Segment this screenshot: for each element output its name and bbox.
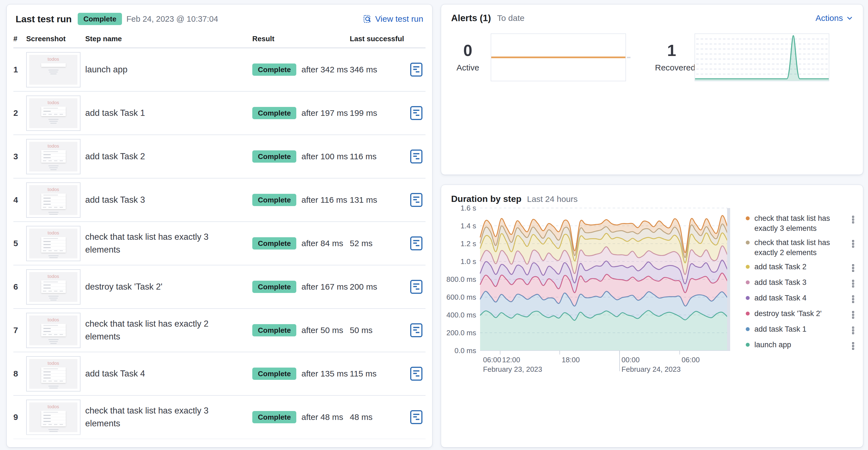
result-cell: Completeafter 48 ms [252,411,350,423]
step-detail-button[interactable] [409,61,424,78]
active-alerts-label: Active [451,63,485,72]
duration-chart[interactable]: 0.0 ms200.0 ms400.0 ms600.0 ms800.0 ms1.… [446,204,738,377]
legend-item[interactable]: check that task list has exactly 3 eleme… [746,214,856,234]
todos-app-preview: todos [29,359,78,389]
last-successful-value: 48 ms [350,412,409,422]
step-name: add task Task 1 [85,107,252,120]
result-after-text: after 167 ms [301,282,348,292]
svg-text:1.6 s: 1.6 s [461,204,476,212]
legend-color-dot [746,216,750,220]
table-row: 3todosadd task Task 2Completeafter 100 m… [13,135,426,179]
step-number: 3 [13,152,26,161]
legend-item[interactable]: destroy task 'Task 2' [746,309,856,320]
todos-app-preview: todos [29,403,78,432]
legend-label[interactable]: check that task list has exactly 3 eleme… [754,214,840,234]
col-header-step-name: Step name [85,35,252,43]
todos-app-preview: todos [29,229,78,258]
step-detail-button[interactable] [409,279,424,295]
duration-title: Duration by step [451,194,521,204]
legend-actions-icon[interactable] [850,309,856,320]
result-after-text: after 100 ms [301,152,348,161]
step-detail-button[interactable] [409,105,424,121]
legend-actions-icon[interactable] [850,214,856,225]
step-name: check that task list has exactly 2 eleme… [85,317,252,343]
step-detail-button[interactable] [409,148,424,165]
todos-footer-preview [29,386,78,389]
legend-label[interactable]: add task Task 3 [754,278,806,288]
screenshot-thumbnail[interactable]: todos [26,183,81,218]
todos-app-title: todos [29,272,78,279]
step-detail-button[interactable] [409,365,424,382]
col-header-result: Result [252,35,350,43]
legend-label[interactable]: add task Task 2 [754,262,806,272]
todos-list-preview [41,367,66,383]
step-detail-button[interactable] [409,235,424,252]
screenshot-thumbnail[interactable]: todos [26,269,81,304]
legend-item[interactable]: add task Task 3 [746,278,856,289]
screenshot-thumbnail[interactable]: todos [26,96,81,131]
todos-footer-preview [29,70,78,74]
legend-color-dot [746,281,750,284]
steps-table-body: 1todoslaunch appCompleteafter 342 ms346 … [13,48,426,439]
recovered-alerts-stat: 1 Recovered [655,42,688,72]
legend-actions-icon[interactable] [850,238,856,249]
screenshot-thumbnail[interactable]: todos [26,356,81,391]
legend-label[interactable]: launch app [754,340,791,350]
step-detail-button[interactable] [409,192,424,208]
todos-list-preview [41,324,66,336]
result-cell: Completeafter 197 ms [252,107,350,119]
alerts-actions-label: Actions [816,13,843,23]
view-test-run-link[interactable]: View test run [363,14,423,24]
table-row: 7todoscheck that task list has exactly 2… [13,309,426,352]
legend-label[interactable]: check that task list has exactly 2 eleme… [754,238,840,258]
recovered-alerts-chart[interactable] [694,33,829,81]
table-row: 1todoslaunch appCompleteafter 342 ms346 … [13,48,426,92]
legend-label[interactable]: add task Task 1 [754,324,806,334]
legend-item[interactable]: add task Task 2 [746,262,856,274]
screenshot-thumbnail[interactable]: todos [26,399,81,435]
result-cell: Completeafter 135 ms [252,367,350,380]
status-badge: Complete [78,13,122,25]
result-after-text: after 116 ms [301,195,347,205]
legend-label[interactable]: add task Task 4 [754,293,806,303]
todos-app-title: todos [29,403,78,409]
alerts-subtitle: To date [497,13,524,23]
legend-actions-icon[interactable] [850,263,856,274]
status-badge: Complete [252,281,296,293]
legend-actions-icon[interactable] [850,294,856,304]
svg-text:1.0 s: 1.0 s [461,257,476,266]
screenshot-thumbnail[interactable]: todos [26,139,81,174]
legend-item[interactable]: add task Task 1 [746,324,856,336]
screenshot-thumbnail[interactable]: todos [26,226,81,261]
svg-text:400.0 ms: 400.0 ms [446,311,476,319]
legend-item[interactable]: launch app [746,340,856,351]
todos-app-title: todos [29,316,78,322]
svg-text:1.2 s: 1.2 s [461,239,476,248]
legend-item[interactable]: check that task list has exactly 2 eleme… [746,238,856,258]
step-trace-icon [410,280,423,294]
legend-actions-icon[interactable] [850,341,856,351]
svg-text:06:00: 06:00 [483,356,501,364]
step-detail-button[interactable] [409,322,424,339]
step-number: 7 [13,325,26,335]
svg-text:February 24, 2023: February 24, 2023 [622,365,681,374]
legend-item[interactable]: add task Task 4 [746,293,856,304]
status-badge: Complete [252,107,296,119]
todos-list-preview [41,107,66,116]
screenshot-thumbnail[interactable]: todos [26,52,81,88]
todos-app-title: todos [29,142,78,149]
recovered-alerts-label: Recovered [655,63,688,72]
step-detail-button[interactable] [409,409,424,425]
legend-label[interactable]: destroy task 'Task 2' [754,309,822,319]
legend-actions-icon[interactable] [850,325,856,336]
active-alerts-chart[interactable] [491,33,626,81]
steps-table-header: # Screenshot Step name Result Last succe… [13,31,426,48]
view-test-run-label: View test run [375,14,423,24]
alerts-actions-button[interactable]: Actions [816,13,853,23]
todos-app-preview: todos [29,142,78,171]
last-successful-value: 116 ms [350,152,409,161]
legend-actions-icon[interactable] [850,278,856,289]
screenshot-thumbnail[interactable]: todos [26,313,81,348]
table-row: 9todoscheck that task list has exactly 3… [13,396,426,439]
chevron-down-icon [846,15,853,22]
